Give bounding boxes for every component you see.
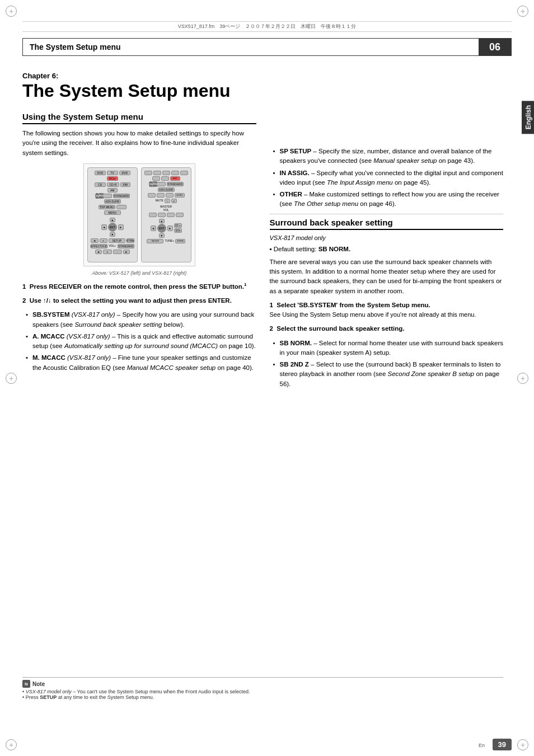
file-header: VSX517_817.fm 39ページ ２００７年２月２２日 木曜日 午後８時１… bbox=[22, 21, 512, 32]
english-tab: English bbox=[522, 101, 534, 134]
sb-norm-item: SB NORM. – Select for normal home theate… bbox=[273, 339, 504, 358]
note-icon: N bbox=[22, 680, 30, 688]
surround-section-heading: Surround back speaker setting bbox=[270, 218, 504, 230]
bullet-item-other: OTHER – Make customized settings to refl… bbox=[273, 190, 504, 209]
bullet-item-spsetup: SP SETUP – Specify the size, number, dis… bbox=[273, 147, 504, 166]
header-bar: The System Setup menu 06 bbox=[22, 38, 512, 56]
header-title: The System Setup menu bbox=[23, 39, 479, 55]
two-column-layout: Using the System Setup menu The followin… bbox=[22, 112, 503, 393]
surround-default: • Default setting: SB NORM. bbox=[270, 245, 504, 254]
remote-diagram: DVD TV DVR RCvr CD CD-R F88 AM AUTO bbox=[83, 163, 195, 266]
chapter-badge: 06 bbox=[479, 39, 511, 55]
main-content: Chapter 6: The System Setup menu Using t… bbox=[22, 60, 503, 722]
remote-caption: Above: VSX-517 (left) and VSX-817 (right… bbox=[92, 270, 186, 276]
right-column: SP SETUP – Specify the size, number, dis… bbox=[270, 112, 504, 393]
sb-2ndz-item: SB 2ND Z – Select to use the (surround b… bbox=[273, 360, 504, 389]
surround-step-1: 1 Select 'SB.SYSTEM' from the System Set… bbox=[270, 300, 504, 320]
reg-mark-mid-right bbox=[517, 373, 528, 384]
intro-text: The following section shows you how to m… bbox=[22, 129, 256, 158]
bullet-list-left: SB.SYSTEM (VSX-817 only) – Specify how y… bbox=[26, 310, 256, 373]
sb-bullet-list: SB NORM. – Select for normal home theate… bbox=[273, 339, 504, 389]
left-column: Using the System Setup menu The followin… bbox=[22, 112, 256, 393]
reg-mark-bottom-left bbox=[6, 739, 17, 750]
note-label: N Note bbox=[22, 680, 503, 688]
remote-diagram-area: DVD TV DVR RCvr CD CD-R F88 AM AUTO bbox=[22, 163, 256, 276]
remote-right: ENT AUTO SURR STANDARD ADV.SURR LEVEL bbox=[141, 167, 191, 262]
reg-mark-bottom-right bbox=[517, 739, 528, 750]
bullet-item-inassig: IN ASSIG. – Specify what you've connecte… bbox=[273, 168, 504, 188]
bullet-list-right-top: SP SETUP – Specify the size, number, dis… bbox=[273, 147, 504, 209]
page-number: 39 bbox=[493, 739, 512, 750]
remote-left: DVD TV DVR RCvr CD CD-R F88 AM AUTO bbox=[87, 167, 138, 262]
bullet-item-sb: SB.SYSTEM (VSX-817 only) – Specify how y… bbox=[26, 310, 256, 330]
surround-subheading: VSX-817 model only bbox=[270, 234, 504, 241]
surround-intro: There are several ways you can use the s… bbox=[270, 257, 504, 296]
reg-mark-top-left bbox=[6, 6, 17, 17]
section-heading-left: Using the System Setup menu bbox=[22, 112, 256, 124]
chapter-label: Chapter 6: bbox=[22, 72, 503, 80]
step-2: 2 Use ↑/↓ to select the setting you want… bbox=[22, 296, 256, 306]
reg-mark-mid-left bbox=[6, 373, 17, 384]
surround-step-2: 2 Select the surround back speaker setti… bbox=[270, 324, 504, 334]
note-line-1: • VSX-817 model only – You can't use the… bbox=[22, 689, 503, 694]
reg-mark-top-right bbox=[517, 6, 528, 17]
bullet-item-amcacc: A. MCACC (VSX-817 only) – This is a quic… bbox=[26, 332, 256, 351]
chapter-title: The System Setup menu bbox=[22, 81, 503, 101]
step-1: 1 Press RECEIVER on the remote control, … bbox=[22, 281, 256, 292]
note-line-2: • Press SETUP at any time to exit the Sy… bbox=[22, 694, 503, 700]
bullet-item-mmcacc: M. MCACC (VSX-817 only) – Fine tune your… bbox=[26, 353, 256, 373]
note-box: N Note • VSX-817 model only – You can't … bbox=[22, 677, 503, 700]
page-sub: En bbox=[479, 743, 485, 748]
